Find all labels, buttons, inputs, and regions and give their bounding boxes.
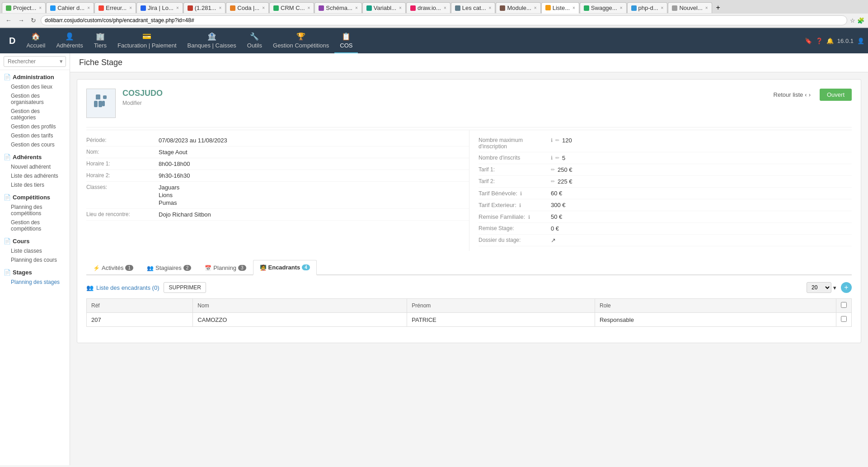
cell-role-responsable: Responsable (595, 313, 836, 327)
nav-banques[interactable]: 🏦 Banques | Caisses (182, 28, 242, 53)
svg-rect-4 (103, 95, 107, 99)
sidebar-section-title-stages[interactable]: 📄 Stages (4, 269, 66, 276)
tab-cahier[interactable]: Cahier d... × (46, 2, 94, 13)
label-dossier: Dossier du stage: (479, 237, 551, 243)
sidebar-section-title-adherents[interactable]: 📄 Adhérents (4, 154, 66, 160)
external-link-icon[interactable]: ↗ (551, 237, 556, 244)
edit-inscrits-icon[interactable]: ✏ (555, 155, 559, 161)
address-input[interactable] (41, 15, 847, 25)
svg-rect-2 (99, 101, 102, 107)
sidebar-item-planning-competitions[interactable]: Planning des compétitions (4, 203, 66, 218)
new-tab-button[interactable]: + (713, 2, 724, 14)
cell-checkbox-207 (836, 313, 852, 327)
search-dropdown-icon[interactable]: ▾ (60, 58, 63, 65)
help-icon: ❓ (816, 38, 823, 44)
sidebar-item-planning-cours[interactable]: Planning des cours (4, 255, 66, 264)
stage-modify-link[interactable]: Modifier (122, 100, 163, 106)
stage-logo-icon (92, 93, 110, 114)
sidebar-item-gestion-cours[interactable]: Gestion des cours (4, 140, 66, 149)
sidebar-item-nouvel-adherent[interactable]: Nouvel adhérent (4, 162, 66, 171)
sidebar-item-liste-tiers[interactable]: Liste des tiers (4, 180, 66, 189)
col-ref: Réf (87, 299, 193, 313)
stage-header: COSJUDO Modifier Retour liste ‹ › Ouvert (86, 89, 852, 118)
sidebar-item-gestion-lieux[interactable]: Gestion des lieux (4, 82, 66, 91)
tab-module[interactable]: Module... × (496, 2, 540, 13)
home-icon: 🏠 (31, 32, 40, 41)
info-row-remise-stage: Remise Stage: 0 € (479, 223, 852, 235)
tab-lescat[interactable]: Les cat... × (451, 2, 496, 13)
edit-max-icon[interactable]: ✏ (555, 137, 559, 143)
sidebar-item-liste-adherents[interactable]: Liste des adhérents (4, 171, 66, 180)
table-header-row: Réf Nom Prénom Role (87, 299, 852, 313)
tab-activites[interactable]: ⚡ Activités 1 (86, 260, 140, 275)
back-button[interactable]: ← (4, 16, 14, 25)
sidebar-item-gestion-categories[interactable]: Gestion des catégories (4, 107, 66, 122)
search-input[interactable] (4, 56, 66, 67)
tab-toolbar: 👥 Liste des encadrants (0) SUPPRIMER 20 … (86, 282, 852, 293)
sidebar-item-liste-classes[interactable]: Liste classes (4, 246, 66, 255)
tab-crm[interactable]: CRM C... × (269, 2, 314, 13)
info-benevole-icon: ℹ (520, 191, 522, 196)
sidebar-section-title-cours[interactable]: 📄 Cours (4, 238, 66, 245)
tab-drawio[interactable]: draw.io... × (406, 2, 450, 13)
info-row-periode: Période: 07/08/2023 au 11/08/2023 (86, 135, 469, 146)
sidebar-item-gestion-tarifs[interactable]: Gestion des tarifs (4, 131, 66, 140)
tab-encadrants[interactable]: 🧑‍🏫 Encadrants 4 (253, 260, 317, 275)
user-avatar[interactable]: 👤 (857, 38, 864, 44)
retour-liste-button[interactable]: Retour liste ‹ › (774, 91, 811, 98)
tab-jira[interactable]: Jira | Lo... × (136, 2, 183, 13)
nav-facturation[interactable]: 💳 Facturation | Paiement (112, 28, 182, 53)
edit-tarif2-icon[interactable]: ✏ (551, 179, 555, 184)
sidebar-item-gestion-competitions[interactable]: Gestion des compétitions (4, 218, 66, 233)
bookmark-button[interactable]: ☆ (850, 17, 855, 24)
reload-button[interactable]: ↻ (29, 16, 38, 25)
tab-variable[interactable]: Variabl... × (362, 2, 406, 13)
alert-icon: 🔔 (826, 38, 834, 44)
nav-cos[interactable]: 📋 COS (334, 28, 358, 53)
tab-schema[interactable]: Schéma... × (314, 2, 361, 13)
chevron-left-icon: ‹ (805, 91, 807, 98)
list-encadrants-title[interactable]: 👥 Liste des encadrants (0) (86, 284, 159, 291)
value-inscrits: ℹ ✏ 5 (551, 155, 565, 161)
nav-accueil[interactable]: 🏠 Accueil (21, 28, 51, 53)
supprimer-button[interactable]: SUPPRIMER (164, 282, 206, 293)
tab-stagiaires[interactable]: 👥 Stagiaires 2 (140, 260, 198, 275)
info-row-classes: Classes: Jaguars Lions Pumas (86, 182, 469, 209)
sidebar-item-gestion-organisateurs[interactable]: Gestion des organisateurs (4, 91, 66, 107)
nav-competitions[interactable]: 🏆 Gestion Compétitions (267, 28, 334, 53)
tab-bar: Project... × Cahier d... × Erreur... × J… (0, 0, 868, 14)
label-inscrits: Nombre d'inscrits (479, 155, 551, 161)
label-remise-familiale: Remise Familiale: ℹ (479, 213, 551, 220)
tab-email[interactable]: (1.281... × (183, 2, 226, 13)
tab-coda[interactable]: Coda |... × (226, 2, 269, 13)
sidebar-item-planning-stages[interactable]: Planning des stages (4, 278, 66, 287)
nav-outils[interactable]: 🔧 Outils (242, 28, 267, 53)
nav-tiers[interactable]: 🏢 Tiers (89, 28, 112, 53)
tab-swagger[interactable]: Swagge... × (580, 2, 627, 13)
select-all-checkbox[interactable] (841, 302, 847, 308)
sidebar-section-title-administration[interactable]: 📄 Administration (4, 74, 66, 80)
per-page-dropdown[interactable]: 20 50 100 (807, 282, 831, 293)
col-nom: Nom (193, 299, 407, 313)
nav-adherents[interactable]: 👤 Adhérents (51, 28, 88, 53)
add-encadrant-button[interactable]: + (841, 282, 852, 293)
tab-php[interactable]: php-d... × (627, 2, 668, 13)
tab-liste[interactable]: Liste... × (541, 2, 579, 14)
sidebar-section-title-competitions[interactable]: 📄 Compétitions (4, 194, 66, 201)
tab-planning[interactable]: 📅 Planning 3 (198, 260, 253, 275)
tab-project[interactable]: Project... × (2, 2, 46, 13)
tab-nouveau[interactable]: Nouvel... × (668, 2, 712, 13)
tiers-icon: 🏢 (96, 32, 105, 41)
ouvert-button[interactable]: Ouvert (820, 89, 852, 101)
adherents-section-icon: 📄 (4, 154, 11, 160)
extension-button[interactable]: 🧩 (857, 17, 864, 24)
value-tarif2: ✏ 225 € (551, 178, 572, 185)
row-checkbox-207[interactable] (841, 316, 847, 322)
edit-tarif1-icon[interactable]: ✏ (551, 167, 555, 173)
info-circle-icon2: ℹ (551, 155, 553, 161)
sidebar-item-gestion-profils[interactable]: Gestion des profils (4, 122, 66, 131)
tab-erreur[interactable]: Erreur... × (94, 2, 136, 13)
col-role: Role (595, 299, 836, 313)
forward-button[interactable]: → (16, 16, 26, 25)
table-body: 207 CAMOZZO PATRICE Responsable (87, 313, 852, 327)
